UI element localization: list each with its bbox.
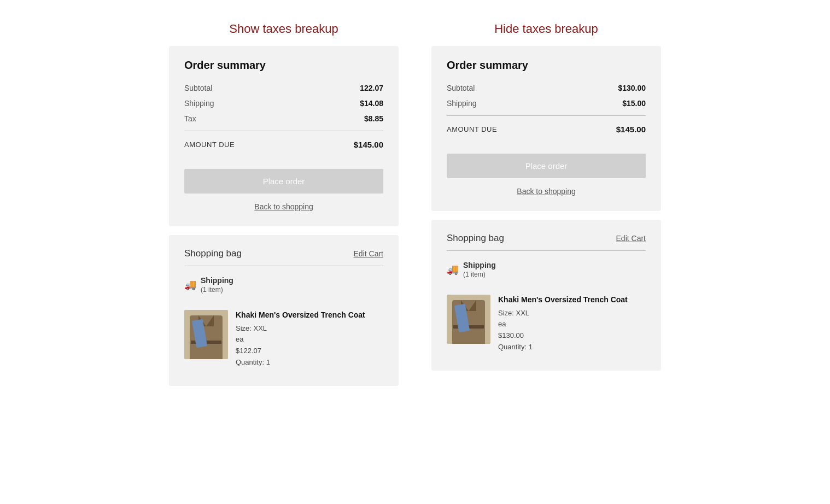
left-product-meta: Size: XXL ea $122.07 Quantity: 1	[236, 323, 383, 368]
right-amount-due-label: AMOUNT DUE	[447, 125, 497, 133]
left-product-details: Khaki Men's Oversized Trench Coat Size: …	[236, 310, 383, 368]
right-order-summary-heading: Order summary	[447, 59, 646, 72]
right-bag-divider	[447, 250, 646, 251]
right-product-quantity: Quantity: 1	[498, 343, 533, 351]
left-product-name: Khaki Men's Oversized Trench Coat	[236, 310, 383, 321]
left-subtotal-value: 122.07	[360, 84, 383, 92]
right-shipping-text: Shipping (1 item)	[463, 261, 496, 278]
left-shipping-text: Shipping (1 item)	[201, 276, 233, 294]
right-product-row: Khaki Men's Oversized Trench Coat Size: …	[447, 290, 646, 358]
left-tax-label: Tax	[184, 114, 196, 123]
left-product-unit: ea	[236, 335, 243, 343]
right-amount-due-row: AMOUNT DUE $145.00	[447, 120, 646, 138]
left-column-title: Show taxes breakup	[229, 22, 338, 36]
right-edit-cart-link[interactable]: Edit Cart	[616, 234, 646, 243]
right-product-unit: ea	[498, 320, 506, 328]
right-shipping-label-text: Shipping	[463, 261, 496, 269]
right-divider	[447, 115, 646, 116]
right-product-image	[447, 295, 490, 344]
left-shipping-value: $14.08	[360, 99, 383, 108]
left-amount-due-value: $145.00	[354, 140, 383, 149]
left-product-price: $122.07	[236, 347, 261, 355]
right-subtotal-row: Subtotal $130.00	[447, 80, 646, 96]
right-shipping-value: $15.00	[622, 99, 646, 108]
left-amount-due-row: AMOUNT DUE $145.00	[184, 136, 383, 154]
right-place-order-button[interactable]: Place order	[447, 154, 646, 178]
right-product-details: Khaki Men's Oversized Trench Coat Size: …	[498, 295, 646, 353]
right-shopping-bag-header: Shopping bag Edit Cart	[447, 233, 646, 244]
left-order-summary-card: Order summary Subtotal 122.07 Shipping $…	[169, 46, 399, 226]
right-column: Hide taxes breakup Order summary Subtota…	[431, 22, 661, 482]
left-shipping-label: Shipping	[184, 99, 214, 108]
left-back-to-shopping-link[interactable]: Back to shopping	[184, 202, 383, 211]
left-shipping-info-row: 🚚 Shipping (1 item)	[184, 271, 383, 299]
left-column: Show taxes breakup Order summary Subtota…	[169, 22, 399, 482]
right-back-to-shopping-link[interactable]: Back to shopping	[447, 187, 646, 196]
right-shipping-row: Shipping $15.00	[447, 96, 646, 111]
right-shipping-label: Shipping	[447, 99, 477, 108]
right-product-price: $130.00	[498, 331, 524, 339]
right-shipping-items-text: (1 item)	[463, 271, 486, 278]
left-order-summary-heading: Order summary	[184, 59, 383, 72]
left-shipping-row: Shipping $14.08	[184, 96, 383, 111]
right-shopping-bag-card: Shopping bag Edit Cart 🚚 Shipping (1 ite…	[431, 220, 661, 371]
right-product-name: Khaki Men's Oversized Trench Coat	[498, 295, 646, 306]
left-tax-row: Tax $8.85	[184, 111, 383, 126]
right-truck-icon: 🚚	[447, 263, 459, 276]
left-shopping-bag-card: Shopping bag Edit Cart 🚚 Shipping (1 ite…	[169, 235, 399, 386]
left-product-quantity: Quantity: 1	[236, 358, 270, 366]
right-product-size: Size: XXL	[498, 309, 529, 317]
left-product-size: Size: XXL	[236, 324, 267, 332]
left-edit-cart-link[interactable]: Edit Cart	[354, 249, 383, 258]
left-amount-due-label: AMOUNT DUE	[184, 140, 235, 149]
left-shopping-bag-title: Shopping bag	[184, 248, 242, 259]
left-place-order-button[interactable]: Place order	[184, 169, 383, 194]
right-subtotal-value: $130.00	[618, 84, 646, 92]
right-shipping-info-row: 🚚 Shipping (1 item)	[447, 255, 646, 284]
left-subtotal-label: Subtotal	[184, 84, 212, 92]
page-wrapper: Show taxes breakup Order summary Subtota…	[87, 22, 743, 482]
left-shipping-items-text: (1 item)	[201, 286, 223, 294]
left-truck-icon: 🚚	[184, 279, 196, 291]
left-product-image	[184, 310, 228, 359]
right-amount-due-value: $145.00	[616, 125, 646, 134]
right-shopping-bag-title: Shopping bag	[447, 233, 504, 244]
left-divider	[184, 131, 383, 131]
right-product-meta: Size: XXL ea $130.00 Quantity: 1	[498, 308, 646, 353]
right-column-title: Hide taxes breakup	[494, 22, 598, 36]
left-shipping-label-text: Shipping	[201, 276, 233, 285]
left-bag-divider	[184, 266, 383, 266]
left-subtotal-row: Subtotal 122.07	[184, 80, 383, 96]
right-order-summary-card: Order summary Subtotal $130.00 Shipping …	[431, 46, 661, 211]
left-tax-value: $8.85	[364, 114, 383, 123]
left-shopping-bag-header: Shopping bag Edit Cart	[184, 248, 383, 259]
right-subtotal-label: Subtotal	[447, 84, 475, 92]
left-product-row: Khaki Men's Oversized Trench Coat Size: …	[184, 306, 383, 373]
